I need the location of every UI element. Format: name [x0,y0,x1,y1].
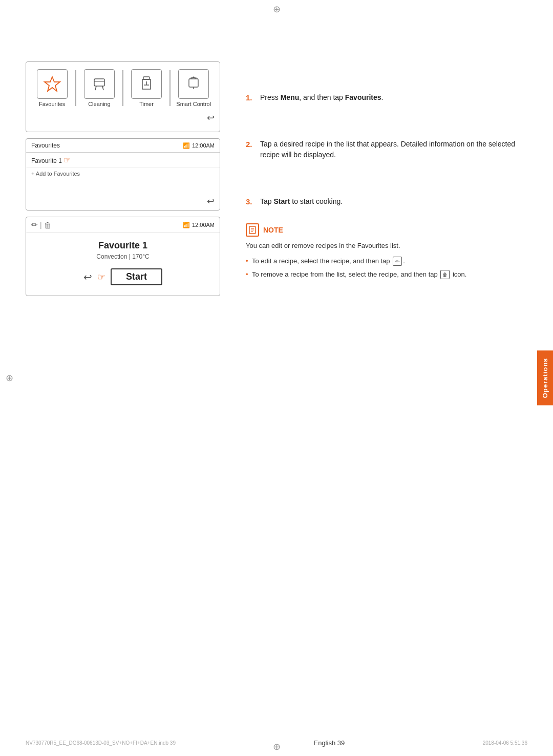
favourites-icon-box [37,69,68,99]
screen3-time: 12:00AM [192,222,215,228]
back-button-2[interactable]: ↩ [207,196,215,207]
note-title: NOTE [263,226,283,234]
smart-control-icon [184,75,203,93]
screen2-time-row: 📶 12:00AM [183,142,215,149]
reg-mark-left: ⊕ [4,373,14,383]
divider1 [75,70,76,106]
step-1-number: 1. [246,93,256,102]
edit-icon[interactable]: ✏ [31,220,38,229]
smart-control-label: Smart Control [176,101,211,107]
wifi-icon: 📶 [183,142,190,149]
menu-item-smart-control[interactable]: Smart Control [173,69,214,107]
note-icon [246,223,259,237]
favourites-label: Favourites [39,101,65,107]
step-2-number: 2. [246,140,256,149]
screen2-time: 12:00AM [192,142,215,149]
footer-page-number: English 39 [313,739,345,747]
svg-line-2 [95,86,96,90]
screen3-content: Favourite 1 Convection | 170°C ↩ ☞ Start [26,233,220,296]
note-bullet-1: To edit a recipe, select the recipe, and… [246,256,527,267]
screen3-wifi-icon: 📶 [183,222,190,228]
svg-rect-8 [189,79,198,87]
back-button-3[interactable]: ↩ [83,271,92,283]
screen2-title: Favourites [31,142,60,149]
note-header: NOTE [246,223,527,237]
start-cursor-icon: ☞ [97,271,105,283]
cleaning-label: Cleaning [88,101,110,107]
operations-tab: Operations [537,351,553,406]
screen-favourites-list: Favourites 📶 12:00AM Favourite 1 ☞ + Add… [26,138,220,211]
screen3-top-bar: ✏ | 🗑 📶 12:00AM [26,217,220,233]
back-btn-row1: ↩ [26,111,220,127]
divider3 [169,70,171,106]
back-btn-row2: ↩ [26,195,220,210]
start-button[interactable]: Start [111,268,162,285]
screen-menu-icons: Favourites Cleaning [26,61,220,132]
step-3: 3. Tap Start to start cooking. [246,196,527,207]
main-content: To use a favourite recipe Favourites [26,61,527,76]
delete-inline-icon: 🗑 [440,270,450,279]
edit-inline-icon: ✏ [393,257,402,266]
favourite-item-label: Favourite 1 [31,157,62,164]
divider2 [122,70,123,106]
step-3-number: 3. [246,197,256,206]
screen2-header: Favourites 📶 12:00AM [26,139,220,153]
add-to-favourites-item[interactable]: + Add to Favourites [26,168,220,179]
cleaning-icon-box [84,69,115,99]
add-favourites-label: + Add to Favourites [31,171,80,177]
step-1-text: Press Menu, and then tap Favourites. [260,92,383,103]
step-2: 2. Tap a desired recipe in the list that… [246,139,527,160]
favourite-list-item[interactable]: Favourite 1 ☞ [26,153,220,168]
screen3-bottom-bar: ↩ ☞ Start [31,268,215,291]
timer-icon [137,75,156,93]
left-column: Favourites Cleaning [26,61,220,302]
footer-filename: NV730770R5_EE_DG68-00613D-03_SV+NO+FI+DA… [26,740,176,746]
cleaning-icon [90,75,109,93]
hand-cursor-icon: ☞ [63,156,71,164]
screen-recipe-detail: ✏ | 🗑 📶 12:00AM Favourite 1 Convection |… [26,217,220,296]
note-body: You can edit or remove recipes in the Fa… [246,241,527,251]
menu-item-cleaning[interactable]: Cleaning [79,69,120,107]
recipe-detail: Convection | 170°C [31,253,215,260]
screen3-icons-left: ✏ | 🗑 [31,220,52,229]
step-3-text: Tap Start to start cooking. [260,196,343,207]
reg-mark-top: ⊕ [271,4,282,14]
menu-item-favourites[interactable]: Favourites [32,69,73,107]
step-2-text: Tap a desired recipe in the list that ap… [260,139,527,160]
recipe-name: Favourite 1 [31,240,215,251]
page-footer: NV730770R5_EE_DG68-00613D-03_SV+NO+FI+DA… [26,739,527,747]
step-1: 1. Press Menu, and then tap Favourites. [246,92,527,103]
start-label: Start [126,271,147,282]
svg-marker-0 [45,77,60,91]
note-document-icon [248,226,257,234]
timer-label: Timer [139,101,154,107]
right-column: 1. Press Menu, and then tap Favourites. … [246,61,527,280]
footer-date: 2018-04-06 5:51:36 [483,740,527,746]
favourites-star-icon [43,75,61,93]
note-bullet-2: To remove a recipe from the list, select… [246,269,527,280]
menu-icons-row: Favourites Cleaning [26,67,220,111]
back-button-1[interactable]: ↩ [207,112,215,123]
delete-icon[interactable]: 🗑 [44,221,52,229]
smart-control-icon-box [178,69,209,99]
svg-rect-1 [94,79,104,86]
timer-icon-box [131,69,162,99]
screen3-time-row: 📶 12:00AM [183,222,215,228]
menu-item-timer[interactable]: Timer [126,69,167,107]
svg-line-3 [102,86,103,90]
note-section: NOTE You can edit or remove recipes in t… [246,223,527,280]
